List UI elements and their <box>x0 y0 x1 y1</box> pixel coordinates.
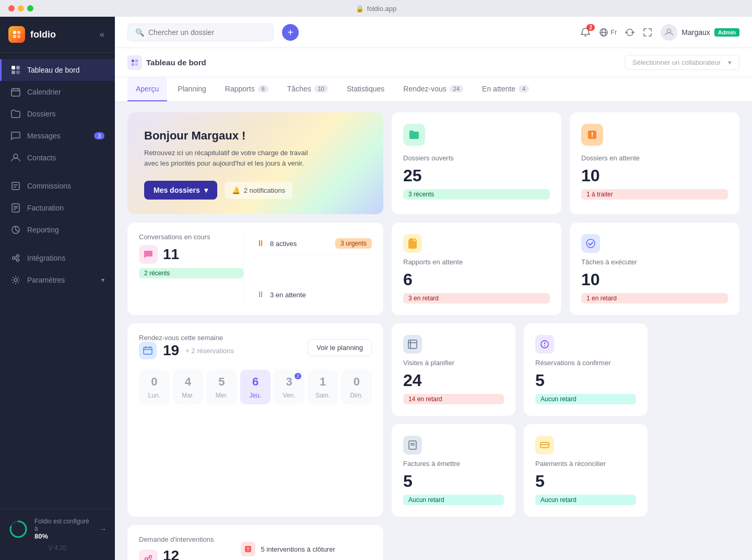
tab-en-attente[interactable]: En attente 4 <box>474 77 537 101</box>
sync-button[interactable] <box>625 28 634 37</box>
sidebar-item-messages[interactable]: Messages 3 <box>0 125 115 147</box>
sidebar-item-contacts[interactable]: Contacts <box>0 147 115 169</box>
page-title: Tableau de bord <box>146 58 206 67</box>
minimize-window-btn[interactable] <box>18 5 24 11</box>
messages-badge: 3 <box>94 132 104 139</box>
paiements-icon <box>535 436 554 454</box>
svg-point-40 <box>586 239 595 248</box>
svg-point-63 <box>248 551 249 552</box>
svg-rect-5 <box>16 66 20 69</box>
calendar-sub: + 2 réservations <box>185 347 234 355</box>
voir-planning-button[interactable]: Voir le planning <box>308 339 372 356</box>
parametres-expand-icon: ▾ <box>101 276 104 284</box>
paiements-badge: Aucun retard <box>535 495 636 505</box>
dashboard-content: Bonjour Margaux ! Retrouvez ici un récap… <box>115 102 752 560</box>
add-button[interactable]: + <box>282 24 299 41</box>
integrations-icon <box>10 253 21 263</box>
sidebar-item-dossiers[interactable]: Dossiers <box>0 103 115 125</box>
sidebar-item-facturation[interactable]: Facturation <box>0 197 115 219</box>
sidebar-item-label: Facturation <box>27 204 64 212</box>
bell-icon: 🔔 <box>232 186 240 194</box>
sidebar-item-parametres[interactable]: Paramètres ▾ <box>0 269 115 291</box>
expand-button[interactable] <box>643 28 652 37</box>
taches-icon <box>581 234 600 253</box>
day-label: Mar. <box>182 392 194 399</box>
day-ven: 2 3 Ven. <box>274 370 304 404</box>
sidebar-item-calendar[interactable]: Calendrier <box>0 81 115 103</box>
day-number: 0 <box>354 375 360 389</box>
day-super: 2 <box>295 373 301 379</box>
contacts-icon <box>10 153 21 163</box>
conversations-value: 11 <box>163 246 179 263</box>
sidebar-collapse-button[interactable]: « <box>98 28 107 41</box>
sidebar-item-commissions[interactable]: Commissions <box>0 175 115 197</box>
tab-label: Rendez-vous <box>403 85 446 93</box>
tab-label: Tâches <box>287 85 311 93</box>
svg-rect-2 <box>13 35 16 38</box>
paiements-card: Paiements à réconcilier 5 Aucun retard <box>524 424 648 517</box>
tab-rendez-vous[interactable]: Rendez-vous 24 <box>395 77 472 101</box>
chevron-down-icon: ▾ <box>728 59 732 66</box>
day-number: 1 <box>320 375 326 389</box>
factures-value: 5 <box>403 473 504 489</box>
collaborator-select[interactable]: Sélectionner un collaborateur ▾ <box>625 55 739 70</box>
language-button[interactable]: Fr <box>599 28 617 37</box>
svg-rect-33 <box>132 60 134 62</box>
day-label: Lun. <box>148 392 160 399</box>
cards-row-1: Bonjour Margaux ! Retrouvez ici un récap… <box>127 112 739 214</box>
tab-planning[interactable]: Planning <box>169 77 215 101</box>
sidebar-item-integrations[interactable]: Intégrations <box>0 247 115 269</box>
sidebar-item-reporting[interactable]: Reporting <box>0 219 115 241</box>
reservations-icon <box>535 335 554 354</box>
notification-button[interactable]: 2 <box>580 27 591 38</box>
search-input[interactable] <box>148 28 266 37</box>
svg-rect-36 <box>135 63 138 66</box>
tab-apercu[interactable]: Aperçu <box>127 77 167 101</box>
sidebar-item-dashboard[interactable]: Tableau de bord <box>0 59 115 81</box>
notifications-button[interactable]: 🔔 2 notifications <box>225 182 293 199</box>
visites-card: Visites à planifier 24 14 en retard <box>392 323 515 416</box>
welcome-card: Bonjour Margaux ! Retrouvez ici un récap… <box>127 112 383 214</box>
interv-item-text: 5 interventions à clôturer <box>261 545 335 553</box>
url-bar: 🔒 foldio.app <box>356 5 396 13</box>
notif-label: 2 notifications <box>244 186 286 194</box>
logo-icon <box>8 26 25 43</box>
facturation-icon <box>10 203 21 213</box>
tab-rapports[interactable]: Rapports 6 <box>217 77 277 101</box>
svg-rect-34 <box>135 60 138 62</box>
breadcrumb: Tableau de bord <box>127 55 206 70</box>
close-window-btn[interactable] <box>8 5 15 11</box>
conversations-en-attente: ⏸ 3 en attente <box>256 285 372 305</box>
svg-line-24 <box>15 256 17 258</box>
tabs-bar: Aperçu Planning Rapports 6 Tâches 10 Sta <box>115 77 752 102</box>
collaborator-placeholder: Sélectionner un collaborateur <box>632 59 721 66</box>
search-bar[interactable]: 🔍 <box>127 24 274 41</box>
day-jeu[interactable]: 6 Jeu. <box>240 370 271 404</box>
maximize-window-btn[interactable] <box>27 5 33 11</box>
dossiers-attente-badge: 1 à traiter <box>581 189 728 200</box>
attente-text: 3 en attente <box>270 291 306 299</box>
search-icon: 🔍 <box>135 28 144 37</box>
reservations-value: 5 <box>535 372 636 389</box>
sidebar-footer: Foldio est configuré à 80% → V 4.20 <box>0 509 115 560</box>
svg-rect-7 <box>16 71 20 74</box>
tab-label: En attente <box>482 85 515 93</box>
progress-arrow-icon[interactable]: → <box>99 525 107 533</box>
dossiers-ouverts-card: Dossiers ouverts 25 3 récents <box>392 112 561 214</box>
day-mar: 4 Mar. <box>173 370 204 404</box>
interv-item-icon <box>241 542 255 556</box>
user-menu-button[interactable]: Margaux Admin <box>661 24 739 41</box>
calendar-label: Rendez-vous cette semaine <box>139 334 234 342</box>
rendez-vous-icon <box>139 342 157 359</box>
attente-icon: ⏸ <box>256 290 265 299</box>
breadcrumb-icon <box>127 55 142 70</box>
mes-dossiers-button[interactable]: Mes dossiers ▾ <box>144 181 217 200</box>
commissions-icon <box>10 181 21 191</box>
sidebar-nav: Tableau de bord Calendrier <box>0 53 115 509</box>
svg-point-56 <box>145 558 148 561</box>
tab-statistiques[interactable]: Statistiques <box>338 77 393 101</box>
tab-taches[interactable]: Tâches 10 <box>279 77 336 101</box>
progress-text: Foldio est configuré à 80% <box>34 518 93 540</box>
os-topbar: 🔒 foldio.app <box>0 0 752 17</box>
progress-circle-icon <box>8 519 28 539</box>
